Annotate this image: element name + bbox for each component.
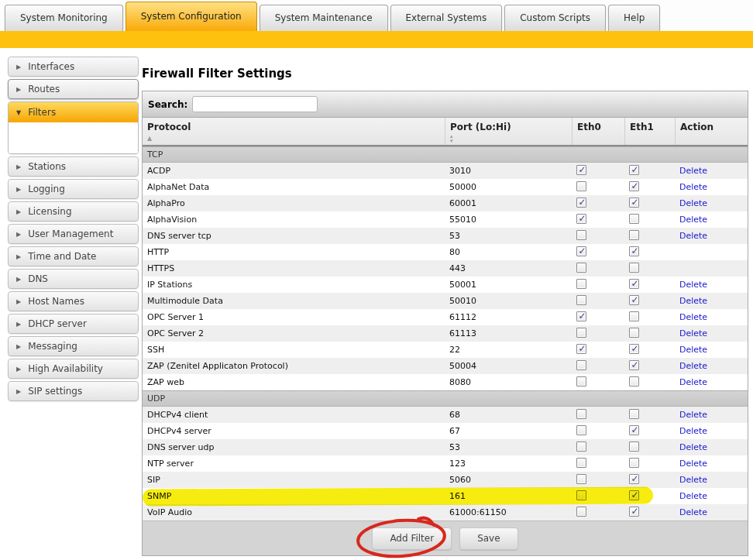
delete-link[interactable]: Delete bbox=[679, 426, 707, 436]
sidebar-item-host-names[interactable]: ▶ Host Names bbox=[8, 291, 139, 311]
delete-link[interactable]: Delete bbox=[679, 231, 707, 241]
sidebar-item-logging[interactable]: ▶ Logging bbox=[8, 179, 139, 199]
eth1-checkbox[interactable] bbox=[629, 165, 639, 175]
eth0-checkbox[interactable] bbox=[576, 490, 586, 500]
eth0-checkbox[interactable] bbox=[576, 328, 586, 338]
eth0-checkbox[interactable] bbox=[576, 181, 586, 191]
action-cell: Delete bbox=[675, 410, 748, 420]
delete-link[interactable]: Delete bbox=[679, 491, 707, 501]
sidebar-item-filters[interactable]: ▼ Filters bbox=[9, 102, 138, 122]
eth0-checkbox[interactable] bbox=[576, 507, 586, 517]
eth1-checkbox[interactable] bbox=[629, 230, 639, 240]
column-header-eth1: Eth1 bbox=[624, 118, 675, 145]
eth0-checkbox[interactable] bbox=[576, 474, 586, 484]
sidebar-item-user-management[interactable]: ▶ User Management bbox=[8, 224, 139, 244]
eth1-checkbox[interactable] bbox=[629, 214, 639, 224]
table-body: TCP ACDP 3010 Delete AlphaNet Data 50000… bbox=[143, 146, 748, 520]
eth1-checkbox[interactable] bbox=[629, 360, 639, 370]
tab-system-maintenance[interactable]: System Maintenance bbox=[260, 5, 388, 31]
eth0-checkbox[interactable] bbox=[576, 409, 586, 419]
delete-link[interactable]: Delete bbox=[679, 361, 707, 371]
delete-link[interactable]: Delete bbox=[679, 198, 707, 208]
table-row: SIP 5060 Delete bbox=[143, 472, 748, 488]
delete-link[interactable]: Delete bbox=[679, 410, 707, 420]
sidebar-item-sip-settings[interactable]: ▶ SIP settings bbox=[8, 381, 139, 401]
delete-link[interactable]: Delete bbox=[679, 377, 707, 387]
tab-help[interactable]: Help bbox=[608, 5, 660, 31]
table-row: VoIP Audio 61000:61150 Delete bbox=[143, 504, 748, 520]
delete-link[interactable]: Delete bbox=[679, 475, 707, 485]
column-header-protocol[interactable]: Protocol ▲ bbox=[143, 118, 445, 145]
eth1-checkbox[interactable] bbox=[629, 409, 639, 419]
add-filter-button[interactable]: Add Filter bbox=[372, 527, 452, 550]
eth0-checkbox[interactable] bbox=[576, 441, 586, 452]
delete-link[interactable]: Delete bbox=[679, 182, 707, 192]
tab-external-systems[interactable]: External Systems bbox=[390, 5, 503, 31]
delete-link[interactable]: Delete bbox=[679, 215, 707, 225]
delete-link[interactable]: Delete bbox=[679, 166, 707, 176]
eth1-checkbox[interactable] bbox=[629, 376, 639, 387]
eth1-checkbox[interactable] bbox=[629, 458, 639, 468]
eth1-checkbox[interactable] bbox=[629, 474, 639, 484]
column-header-port[interactable]: Port (Lo:Hi) ▴▾ bbox=[445, 118, 572, 145]
delete-link[interactable]: Delete bbox=[679, 345, 707, 355]
sidebar-item-stations[interactable]: ▶ Stations bbox=[8, 156, 139, 177]
delete-link[interactable]: Delete bbox=[679, 442, 707, 452]
protocol-cell: AlphaVision bbox=[143, 215, 445, 225]
sidebar-item-dns[interactable]: ▶ DNS bbox=[8, 269, 139, 289]
delete-link[interactable]: Delete bbox=[679, 507, 707, 517]
tab-system-configuration[interactable]: System Configuration bbox=[126, 2, 257, 31]
search-input[interactable] bbox=[192, 96, 318, 112]
sidebar-item-routes[interactable]: ▶ Routes bbox=[8, 79, 139, 99]
eth0-checkbox[interactable] bbox=[576, 295, 586, 305]
eth0-checkbox[interactable] bbox=[576, 376, 586, 387]
action-cell: Delete bbox=[675, 426, 748, 436]
sidebar-item-licensing[interactable]: ▶ Licensing bbox=[8, 201, 139, 222]
sidebar-item-messaging[interactable]: ▶ Messaging bbox=[8, 336, 139, 356]
eth1-checkbox[interactable] bbox=[629, 181, 639, 191]
sort-ascending-icon: ▲ bbox=[147, 135, 445, 142]
eth0-checkbox[interactable] bbox=[576, 458, 586, 468]
action-cell: Delete bbox=[675, 459, 748, 469]
column-header-port-label: Port (Lo:Hi) bbox=[450, 122, 511, 132]
sidebar-item-high-availability[interactable]: ▶ High Availability bbox=[8, 359, 139, 379]
eth0-checkbox[interactable] bbox=[576, 230, 586, 240]
eth1-checkbox[interactable] bbox=[629, 246, 639, 256]
sidebar-nav: ▶ Interfaces ▶ Routes ▼ Filters ▶ Statio… bbox=[8, 57, 139, 404]
eth1-checkbox[interactable] bbox=[629, 311, 639, 321]
eth0-checkbox[interactable] bbox=[576, 198, 586, 208]
eth1-checkbox[interactable] bbox=[629, 344, 639, 354]
eth0-checkbox[interactable] bbox=[576, 344, 586, 354]
protocol-cell: ZAP (Zenitel Applicaton Protocol) bbox=[143, 361, 445, 371]
eth0-checkbox[interactable] bbox=[576, 246, 586, 256]
action-cell: Delete bbox=[675, 312, 748, 322]
port-cell: 161 bbox=[445, 491, 572, 501]
eth0-checkbox[interactable] bbox=[576, 425, 586, 435]
eth0-checkbox[interactable] bbox=[576, 360, 586, 370]
eth1-checkbox[interactable] bbox=[629, 295, 639, 305]
eth1-checkbox[interactable] bbox=[629, 198, 639, 208]
delete-link[interactable]: Delete bbox=[679, 312, 707, 322]
eth0-checkbox[interactable] bbox=[576, 279, 586, 289]
save-button[interactable]: Save bbox=[459, 527, 517, 550]
eth0-checkbox[interactable] bbox=[576, 165, 586, 175]
delete-link[interactable]: Delete bbox=[679, 280, 707, 290]
eth1-checkbox[interactable] bbox=[629, 328, 639, 338]
sidebar-item-time-and-date[interactable]: ▶ Time and Date bbox=[8, 246, 139, 266]
delete-link[interactable]: Delete bbox=[679, 459, 707, 469]
eth0-checkbox[interactable] bbox=[576, 311, 586, 321]
eth1-checkbox[interactable] bbox=[629, 263, 639, 273]
sidebar-item-interfaces[interactable]: ▶ Interfaces bbox=[8, 57, 139, 77]
eth1-checkbox[interactable] bbox=[629, 490, 639, 500]
eth1-checkbox[interactable] bbox=[629, 441, 639, 452]
eth1-checkbox[interactable] bbox=[629, 425, 639, 435]
eth1-checkbox[interactable] bbox=[629, 507, 639, 517]
tab-custom-scripts[interactable]: Custom Scripts bbox=[504, 5, 606, 31]
sidebar-item-dhcp-server[interactable]: ▶ DHCP server bbox=[8, 314, 139, 334]
eth0-checkbox[interactable] bbox=[576, 214, 586, 224]
tab-system-monitoring[interactable]: System Monitoring bbox=[5, 5, 123, 31]
eth0-checkbox[interactable] bbox=[576, 263, 586, 273]
eth1-checkbox[interactable] bbox=[629, 279, 639, 289]
delete-link[interactable]: Delete bbox=[679, 296, 707, 306]
delete-link[interactable]: Delete bbox=[679, 328, 707, 338]
